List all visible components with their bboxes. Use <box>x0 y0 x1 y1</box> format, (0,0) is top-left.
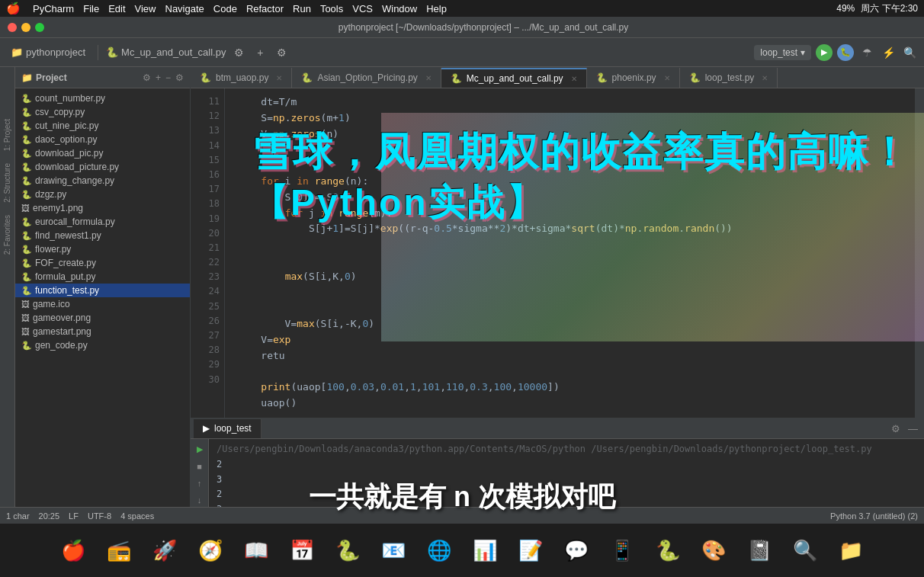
add-icon[interactable]: + <box>252 44 268 61</box>
line-number: 27 <box>191 329 220 343</box>
dock-item[interactable]: 🔍 <box>785 531 825 570</box>
settings-small-icon[interactable]: ⚙ <box>143 72 151 83</box>
dock-item[interactable]: 📻 <box>99 531 139 570</box>
tree-item[interactable]: 🐍flower.py <box>15 242 190 256</box>
tree-item[interactable]: 🐍daoc_option.py <box>15 133 190 146</box>
structure-tab[interactable]: 2: Structure <box>2 157 13 209</box>
tab-icon: 🐍 <box>596 72 608 83</box>
profile-icon[interactable]: ⚡ <box>880 44 897 61</box>
dock-item[interactable]: 🧭 <box>191 531 230 570</box>
plus-small-icon[interactable]: + <box>156 72 161 83</box>
tree-item[interactable]: 🐍cut_nine_pic.py <box>15 119 190 133</box>
stop-button[interactable]: ■ <box>192 459 207 474</box>
sync-icon[interactable]: ⚙ <box>230 44 247 61</box>
menu-help[interactable]: Help <box>426 3 447 14</box>
tree-item[interactable]: 🐍function_test.py <box>15 284 190 297</box>
line-number: 22 <box>191 255 220 270</box>
tab-close-icon[interactable]: ✕ <box>425 74 432 82</box>
code-content[interactable]: dt=T/m S=np.zeros(m+1) V=np.zeros(n) for… <box>225 88 915 418</box>
dock-item[interactable]: 📅 <box>282 531 322 570</box>
code-area[interactable]: 1112131415161718192021222324252627282930… <box>191 88 924 418</box>
editor-tab[interactable]: 🐍Asian_Option_Pricing.py✕ <box>292 68 441 88</box>
tree-item[interactable]: 🐍formula_put.py <box>15 270 190 284</box>
tree-item[interactable]: 🖼gameover.png <box>15 311 190 325</box>
settings-icon[interactable]: ⚙ <box>273 44 290 61</box>
dock-item[interactable]: 💬 <box>557 531 596 570</box>
coverage-icon[interactable]: ☂ <box>858 44 875 61</box>
tree-item[interactable]: 🐍gen_code.py <box>15 338 190 352</box>
up-button[interactable]: ↑ <box>192 476 207 491</box>
menu-pycharm[interactable]: PyCharm <box>33 3 74 14</box>
run-button[interactable]: ▶ <box>816 44 833 61</box>
menu-view[interactable]: View <box>135 3 156 14</box>
menu-navigate[interactable]: Navigate <box>165 3 204 14</box>
close-button[interactable] <box>8 23 17 32</box>
line-number: 12 <box>191 109 220 123</box>
menu-window[interactable]: Window <box>382 3 417 14</box>
menu-edit[interactable]: Edit <box>108 3 125 14</box>
menu-vcs[interactable]: VCS <box>352 3 373 14</box>
editor-tab[interactable]: 🐍btm_uaop.py✕ <box>191 68 292 88</box>
settings-run-icon[interactable]: ⚙ <box>891 423 900 434</box>
down-button[interactable]: ↓ <box>192 492 207 507</box>
project-tab[interactable]: 1: Project <box>2 113 13 157</box>
project-selector[interactable]: 📁 pythonproject <box>6 45 90 59</box>
tree-item[interactable]: 🐍download_picture.py <box>15 160 190 174</box>
dock-item[interactable]: 📧 <box>374 531 413 570</box>
dock-item[interactable]: 📱 <box>602 531 642 570</box>
tree-item[interactable]: 🖼gamestart.png <box>15 325 190 338</box>
dock-item[interactable]: 📊 <box>465 531 505 570</box>
tab-close-icon[interactable]: ✕ <box>762 74 768 82</box>
dock-item[interactable]: 📝 <box>511 531 550 570</box>
close-run-panel-icon[interactable]: — <box>908 423 918 434</box>
dock-item[interactable]: 🎨 <box>694 531 733 570</box>
file-type-icon: 🖼 <box>21 300 30 309</box>
favorites-tab[interactable]: 2: Favorites <box>2 209 13 261</box>
editor-tab[interactable]: 🐍phoenix.py✕ <box>587 68 680 88</box>
run-config-selector[interactable]: loop_test ▾ <box>754 45 811 60</box>
menu-code[interactable]: Code <box>213 3 237 14</box>
tree-item[interactable]: 🐍FOF_create.py <box>15 256 190 270</box>
tree-item[interactable]: 🐍csv_copy.py <box>15 105 190 119</box>
tree-item[interactable]: 🐍download_pic.py <box>15 146 190 160</box>
line-number: 11 <box>191 95 220 109</box>
tab-close-icon[interactable]: ✕ <box>571 75 577 83</box>
maximize-button[interactable] <box>35 23 44 32</box>
minus-small-icon[interactable]: − <box>165 72 171 83</box>
tree-item[interactable]: 🐍dzgz.py <box>15 188 190 201</box>
run-tab-active[interactable]: ▶ loop_test <box>194 419 261 438</box>
gear-small-icon[interactable]: ⚙ <box>175 72 184 83</box>
apple-menu[interactable]: 🍎 <box>6 2 21 15</box>
dock-item[interactable]: 🚀 <box>145 531 184 570</box>
tree-item[interactable]: 🖼game.ico <box>15 297 190 311</box>
dock-item[interactable]: 📓 <box>740 531 779 570</box>
menu-run[interactable]: Run <box>293 3 311 14</box>
tree-item[interactable]: 🐍find_newest1.py <box>15 229 190 242</box>
tree-item[interactable]: 🖼enemy1.png <box>15 201 190 215</box>
menu-tools[interactable]: Tools <box>320 3 343 14</box>
status-python[interactable]: Python 3.7 (untitled) (2) <box>830 511 918 521</box>
dock-item[interactable]: 📖 <box>236 531 276 570</box>
editor-tab[interactable]: 🐍loop_test.py✕ <box>680 68 778 88</box>
file-type-icon: 🐍 <box>21 245 32 255</box>
right-scrollbar[interactable] <box>915 88 924 418</box>
debug-button[interactable]: 🐛 <box>837 44 854 61</box>
tree-item[interactable]: 🐍drawing_change.py <box>15 174 190 188</box>
search-everywhere-icon[interactable]: 🔍 <box>901 44 918 61</box>
menu-refactor[interactable]: Refactor <box>246 3 284 14</box>
tree-item[interactable]: 🐍count_number.py <box>15 91 190 105</box>
tab-close-icon[interactable]: ✕ <box>664 74 670 82</box>
dock-item[interactable]: 🐍 <box>648 531 688 570</box>
minimize-button[interactable] <box>21 23 30 32</box>
line-number: 25 <box>191 300 220 314</box>
dock-item[interactable]: 📁 <box>831 531 871 570</box>
file-type-icon: 🐍 <box>21 341 32 351</box>
tree-item[interactable]: 🐍eurocall_formula.py <box>15 215 190 229</box>
rerun-button[interactable]: ▶ <box>192 442 207 457</box>
tab-close-icon[interactable]: ✕ <box>276 74 282 82</box>
dock-item[interactable]: 🍎 <box>53 531 93 570</box>
menu-file[interactable]: File <box>83 3 99 14</box>
dock-item[interactable]: 🌐 <box>419 531 459 570</box>
editor-tab[interactable]: 🐍Mc_up_and_out_call.py✕ <box>441 68 587 88</box>
dock-item[interactable]: 🐍 <box>328 531 367 570</box>
